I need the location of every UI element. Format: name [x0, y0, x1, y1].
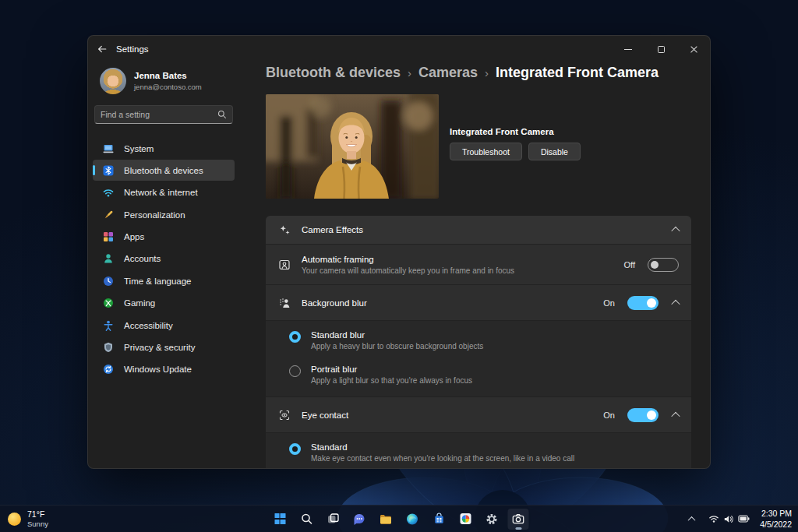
sidebar-item-label: System — [124, 144, 154, 153]
search-input[interactable] — [101, 110, 217, 119]
sidebar-item-windows-update[interactable]: Windows Update — [93, 359, 235, 380]
maximize-button[interactable] — [644, 36, 677, 62]
window-title: Settings — [116, 44, 149, 54]
close-button[interactable] — [677, 36, 710, 62]
bluetooth-icon — [102, 164, 115, 177]
minimize-button[interactable] — [612, 36, 644, 62]
avatar — [100, 68, 126, 94]
automatic-framing-toggle[interactable] — [648, 258, 679, 272]
sidebar-item-label: Accounts — [124, 254, 161, 263]
widgets-weather-button[interactable]: 71°F Sunny — [8, 506, 48, 532]
sidebar-item-gaming[interactable]: Gaming — [93, 293, 235, 314]
sidebar-item-accounts[interactable]: Accounts — [93, 248, 235, 270]
chevron-up-icon[interactable] — [671, 299, 680, 308]
automatic-framing-state: Off — [624, 260, 635, 270]
quick-settings-button[interactable] — [706, 509, 751, 530]
eye-contact-icon — [278, 409, 291, 421]
sidebar-item-label: Bluetooth & devices — [124, 166, 203, 175]
user-profile[interactable]: Jenna Bates jenna@contoso.com — [100, 68, 202, 94]
volume-icon — [723, 514, 734, 524]
eye-contact-standard-option[interactable]: Standard Make eye contact even when you'… — [266, 435, 691, 469]
eye-contact-toggle[interactable] — [627, 408, 659, 422]
close-icon — [690, 45, 698, 54]
sidebar-item-apps[interactable]: Apps — [93, 227, 235, 248]
standard-blur-option[interactable]: Standard blur Apply a heavy blur to obsc… — [266, 323, 691, 358]
chat-button[interactable] — [349, 509, 370, 530]
folder-icon — [380, 513, 393, 526]
background-blur-title: Background blur — [302, 298, 592, 308]
clock[interactable]: 2:30 PM 4/5/2022 — [760, 508, 792, 530]
breadcrumb-separator: › — [408, 66, 411, 79]
disable-button[interactable]: Disable — [528, 143, 581, 160]
file-explorer-button[interactable] — [376, 509, 397, 530]
chevron-up-icon[interactable] — [671, 411, 680, 420]
weather-condition: Sunny — [27, 520, 48, 528]
standard-blur-description: Apply a heavy blur to obscure background… — [311, 342, 483, 351]
edge-button[interactable] — [402, 509, 423, 530]
breadcrumb-bluetooth-devices[interactable]: Bluetooth & devices — [266, 65, 401, 81]
hidden-icons-button[interactable] — [683, 509, 699, 530]
start-button[interactable] — [270, 509, 291, 530]
xbox-icon — [102, 297, 115, 309]
settings-window: Settings Jenna Bates jenna@contoso.com — [87, 35, 711, 469]
breadcrumb-cameras[interactable]: Cameras — [418, 65, 478, 81]
minimize-icon — [624, 49, 632, 50]
back-button[interactable] — [88, 36, 116, 62]
time: 2:30 PM — [760, 508, 792, 519]
settings-app-button[interactable] — [482, 509, 503, 530]
date: 4/5/2022 — [760, 519, 792, 530]
portrait-blur-radio[interactable] — [289, 365, 301, 377]
sidebar-item-system[interactable]: System — [93, 138, 235, 159]
sidebar-item-label: Time & language — [124, 277, 192, 286]
accessibility-icon — [102, 319, 115, 332]
camera-icon — [512, 513, 525, 526]
background-blur-toggle[interactable] — [627, 296, 659, 310]
chevron-up-icon[interactable] — [671, 227, 680, 235]
sidebar-item-bluetooth-devices[interactable]: Bluetooth & devices — [93, 160, 235, 181]
standard-blur-title: Standard blur — [311, 330, 483, 340]
eye-contact-state: On — [603, 410, 615, 420]
eye-contact-options: Standard Make eye contact even when you'… — [266, 432, 691, 469]
portrait-blur-option[interactable]: Portrait blur Apply a light blur so that… — [266, 358, 691, 392]
camera-app-button[interactable] — [508, 509, 529, 530]
automatic-framing-row: Automatic framing Your camera will autom… — [266, 244, 691, 284]
camera-effects-card: Camera Effects Automatic framing Your ca… — [266, 216, 691, 469]
task-view-icon — [327, 513, 339, 525]
standard-blur-radio[interactable] — [289, 331, 301, 343]
taskbar-search-button[interactable] — [296, 509, 317, 530]
titlebar: Settings — [88, 36, 710, 62]
sidebar-item-accessibility[interactable]: Accessibility — [93, 315, 235, 336]
update-icon — [102, 363, 115, 375]
sidebar-item-network-internet[interactable]: Network & internet — [93, 182, 235, 203]
breadcrumb: Bluetooth & devices › Cameras › Integrat… — [266, 65, 659, 81]
shield-icon — [102, 341, 115, 354]
sidebar-item-time-language[interactable]: Time & language — [93, 270, 235, 291]
breadcrumb-separator: › — [485, 66, 489, 79]
camera-preview-image — [266, 94, 439, 199]
system-icon — [102, 143, 115, 155]
task-view-button[interactable] — [323, 509, 344, 530]
background-blur-icon — [278, 297, 291, 309]
taskbar: 71°F Sunny — [0, 505, 798, 532]
photos-button[interactable] — [455, 509, 476, 530]
search-box[interactable] — [94, 105, 233, 124]
eye-contact-standard-radio[interactable] — [289, 443, 301, 455]
sidebar-item-privacy-security[interactable]: Privacy & security — [93, 337, 235, 358]
sidebar-item-label: Personalization — [124, 210, 185, 220]
portrait-blur-title: Portrait blur — [311, 365, 472, 374]
background-blur-state: On — [603, 298, 615, 308]
chevron-up-icon — [687, 516, 695, 523]
microsoft-store-button[interactable] — [429, 509, 450, 530]
camera-effects-title: Camera Effects — [302, 225, 363, 234]
sidebar-item-personalization[interactable]: Personalization — [93, 204, 235, 225]
automatic-framing-description: Your camera will automatically keep you … — [302, 266, 613, 275]
troubleshoot-button[interactable]: Troubleshoot — [450, 143, 522, 160]
sidebar-item-label: Accessibility — [124, 321, 173, 330]
back-arrow-icon — [97, 44, 108, 55]
edge-icon — [406, 513, 419, 526]
camera-effects-header[interactable]: Camera Effects — [266, 216, 691, 244]
sidebar-nav: System Bluetooth & devices Network & int… — [93, 138, 235, 381]
device-name: Integrated Front Camera — [450, 127, 554, 136]
sidebar-item-label: Windows Update — [124, 365, 192, 374]
eye-contact-standard-description: Make eye contact even when you're lookin… — [311, 454, 574, 463]
